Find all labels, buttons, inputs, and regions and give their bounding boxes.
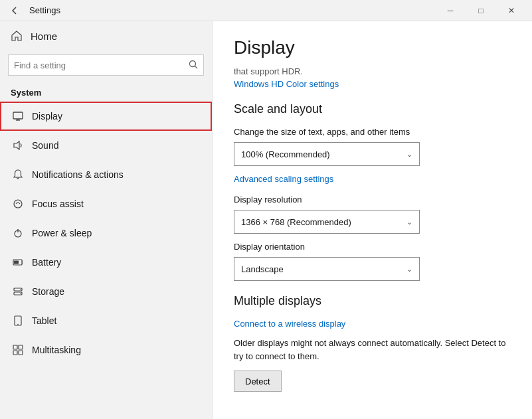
sidebar-battery-label: Battery xyxy=(32,257,61,268)
orientation-label: Display orientation xyxy=(234,242,511,252)
resolution-dropdown-value: 1366 × 768 (Recommended) xyxy=(241,217,351,227)
connect-wireless-link[interactable]: Connect to a wireless display xyxy=(234,319,511,329)
advanced-scaling-link[interactable]: Advanced scaling settings xyxy=(234,174,511,184)
sidebar-storage-label: Storage xyxy=(32,286,64,297)
home-label: Home xyxy=(31,31,57,42)
scale-section-heading: Scale and layout xyxy=(234,102,511,116)
sidebar-multitasking-label: Multitasking xyxy=(32,345,81,355)
hdr-note: that support HDR. xyxy=(234,66,511,76)
sidebar-item-power[interactable]: Power & sleep xyxy=(0,218,212,248)
svg-line-1 xyxy=(195,66,198,68)
scale-dropdown-value: 100% (Recommended) xyxy=(241,149,330,159)
scale-chevron-icon: ⌄ xyxy=(406,150,412,159)
search-container xyxy=(0,50,212,80)
back-icon xyxy=(11,7,19,15)
detect-button[interactable]: Detect xyxy=(234,371,282,392)
home-icon xyxy=(11,30,23,42)
svg-point-16 xyxy=(20,293,21,294)
tablet-icon xyxy=(12,315,24,327)
sidebar-notifications-label: Notifications & actions xyxy=(32,169,124,180)
search-icon xyxy=(189,60,198,71)
content-area: Display that support HDR. Windows HD Col… xyxy=(213,21,532,419)
sidebar-sound-label: Sound xyxy=(32,140,58,151)
sidebar-item-display[interactable]: Display xyxy=(0,102,212,131)
multiple-displays-heading: Multiple displays xyxy=(234,294,511,308)
svg-point-18 xyxy=(17,324,19,325)
sidebar-display-label: Display xyxy=(32,111,62,122)
resolution-chevron-icon: ⌄ xyxy=(406,218,412,226)
main-layout: Home System xyxy=(0,21,532,419)
sidebar-item-focus[interactable]: Focus assist xyxy=(0,189,212,218)
orientation-dropdown-value: Landscape xyxy=(241,264,284,274)
maximize-button[interactable]: □ xyxy=(466,0,496,21)
svg-point-6 xyxy=(14,200,22,208)
close-button[interactable]: ✕ xyxy=(496,0,527,21)
sidebar: Home System xyxy=(0,21,213,419)
sidebar-section-title: System xyxy=(0,80,212,102)
sidebar-item-sound[interactable]: Sound xyxy=(0,131,212,160)
battery-icon xyxy=(12,256,24,268)
orientation-chevron-icon: ⌄ xyxy=(406,265,412,274)
sidebar-item-home[interactable]: Home xyxy=(0,21,212,50)
page-title: Display xyxy=(234,21,511,66)
svg-rect-20 xyxy=(19,345,23,349)
title-bar: Settings ─ □ ✕ xyxy=(0,0,532,21)
display-icon xyxy=(12,110,24,122)
sound-icon xyxy=(12,139,24,151)
window-title: Settings xyxy=(29,5,60,15)
svg-rect-12 xyxy=(14,261,19,264)
sidebar-power-label: Power & sleep xyxy=(32,228,92,238)
sidebar-item-battery[interactable]: Battery xyxy=(0,248,212,277)
search-box[interactable] xyxy=(8,54,204,76)
sidebar-item-storage[interactable]: Storage xyxy=(0,277,212,306)
svg-rect-2 xyxy=(13,112,23,119)
svg-rect-22 xyxy=(19,351,23,355)
storage-icon xyxy=(12,286,24,297)
multitasking-icon xyxy=(12,344,24,356)
window-controls: ─ □ ✕ xyxy=(435,0,527,21)
multiple-displays-section: Multiple displays Connect to a wireless … xyxy=(234,294,511,392)
svg-point-15 xyxy=(20,289,21,290)
notifications-icon xyxy=(12,169,24,181)
power-icon xyxy=(12,227,24,239)
sidebar-item-multitasking[interactable]: Multitasking xyxy=(0,335,212,365)
hdr-link[interactable]: Windows HD Color settings xyxy=(234,79,511,89)
search-input[interactable] xyxy=(14,60,185,70)
sidebar-tablet-label: Tablet xyxy=(32,315,56,326)
scale-dropdown[interactable]: 100% (Recommended) ⌄ xyxy=(234,142,420,166)
resolution-label: Display resolution xyxy=(234,195,511,205)
svg-marker-5 xyxy=(14,141,19,149)
svg-rect-19 xyxy=(13,345,17,349)
focus-icon xyxy=(12,198,24,210)
sidebar-item-tablet[interactable]: Tablet xyxy=(0,306,212,335)
back-button[interactable] xyxy=(5,1,24,20)
sidebar-item-notifications[interactable]: Notifications & actions xyxy=(0,160,212,189)
orientation-dropdown[interactable]: Landscape ⌄ xyxy=(234,257,420,281)
older-display-text: Older displays might not always connect … xyxy=(234,337,511,363)
sidebar-focus-label: Focus assist xyxy=(32,199,84,209)
svg-point-0 xyxy=(190,60,196,66)
minimize-button[interactable]: ─ xyxy=(435,0,466,21)
resolution-dropdown[interactable]: 1366 × 768 (Recommended) ⌄ xyxy=(234,210,420,234)
svg-rect-21 xyxy=(13,351,17,355)
scale-label: Change the size of text, apps, and other… xyxy=(234,127,511,137)
